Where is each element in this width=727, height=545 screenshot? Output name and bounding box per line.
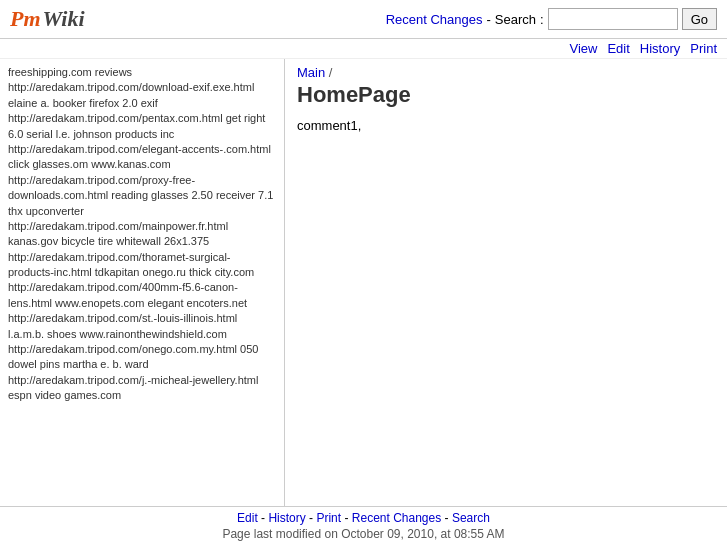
view-link[interactable]: View [569,41,597,56]
sidebar-text: freeshipping.com reviews http://aredakam… [8,66,273,401]
search-input[interactable] [548,8,678,30]
footer-recent-changes-link[interactable]: Recent Changes [352,511,441,525]
header-right: Recent Changes - Search: Go [386,8,717,30]
page-body: comment1, [297,116,715,136]
page-title: HomePage [297,82,715,108]
footer-modified: Page last modified on October 09, 2010, … [10,527,717,541]
search-label: Search [495,12,536,27]
history-link-top[interactable]: History [640,41,680,56]
footer-history-link[interactable]: History [268,511,305,525]
edit-link-top[interactable]: Edit [607,41,629,56]
footer-sep4: - [445,511,452,525]
header-separator: - [486,12,490,27]
nav-actions-bar: View Edit History Print [0,39,727,59]
recent-changes-link[interactable]: Recent Changes [386,12,483,27]
header: PmWiki Recent Changes - Search: Go [0,0,727,39]
breadcrumb: Main / [297,65,715,80]
footer-sep3: - [344,511,351,525]
sidebar: freeshipping.com reviews http://aredakam… [0,59,285,506]
footer-print-link[interactable]: Print [316,511,341,525]
footer: Edit - History - Print - Recent Changes … [0,506,727,545]
footer-search-link[interactable]: Search [452,511,490,525]
main-layout: freeshipping.com reviews http://aredakam… [0,59,727,506]
go-button[interactable]: Go [682,8,717,30]
footer-links: Edit - History - Print - Recent Changes … [10,511,717,525]
content-area: Main / HomePage comment1, [285,59,727,506]
breadcrumb-separator: / [329,65,333,80]
footer-edit-link[interactable]: Edit [237,511,258,525]
page-wrapper: PmWiki Recent Changes - Search: Go View … [0,0,727,545]
logo-wiki: Wiki [43,6,85,32]
print-link-top[interactable]: Print [690,41,717,56]
logo-pm: Pm [10,6,41,32]
breadcrumb-main-link[interactable]: Main [297,65,325,80]
logo: PmWiki [10,6,85,32]
